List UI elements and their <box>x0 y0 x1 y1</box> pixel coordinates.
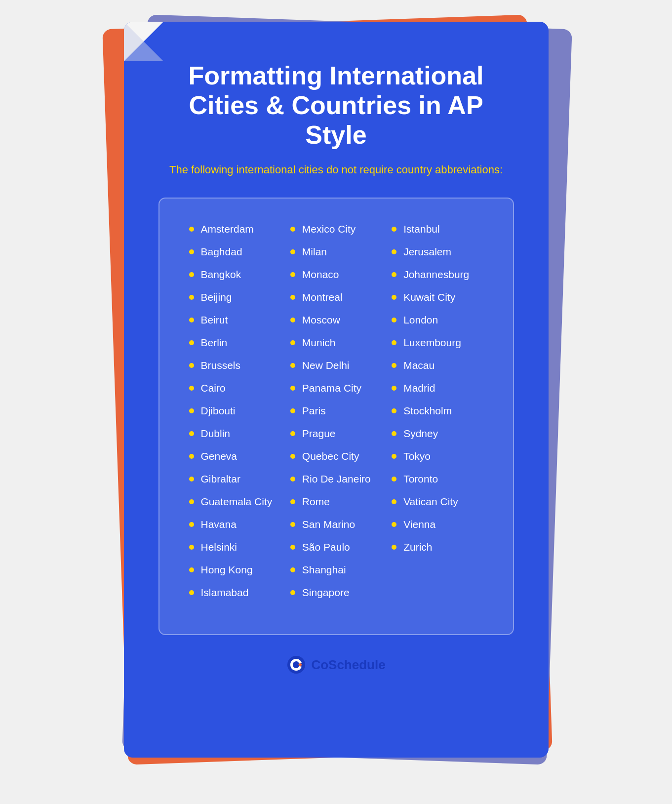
city-bullet <box>290 386 295 391</box>
city-name: Bangkok <box>201 269 241 281</box>
city-bullet <box>290 499 295 504</box>
city-name: Istanbul <box>403 223 440 235</box>
city-item: Gibraltar <box>189 473 280 485</box>
city-bullet <box>392 545 396 550</box>
city-name: Quebec City <box>302 450 359 462</box>
city-name: Hong Kong <box>201 564 253 576</box>
city-bullet <box>189 227 194 232</box>
city-name: Islamabad <box>201 587 249 599</box>
city-bullet <box>290 295 295 300</box>
city-item: Madrid <box>392 382 483 394</box>
city-bullet <box>189 431 194 436</box>
city-item: Moscow <box>290 314 382 326</box>
city-column-2: Mexico CityMilanMonacoMontrealMoscowMuni… <box>285 223 387 609</box>
svg-point-0 <box>287 656 305 674</box>
city-item: Quebec City <box>290 450 382 462</box>
city-name: Beijing <box>201 291 232 303</box>
city-bullet <box>392 249 396 254</box>
city-name: Panama City <box>302 382 361 394</box>
city-bullet <box>290 590 295 595</box>
city-item: Rome <box>290 496 382 508</box>
city-name: San Marino <box>302 519 355 530</box>
city-item: Baghdad <box>189 246 280 258</box>
city-item: Prague <box>290 428 382 440</box>
city-bullet <box>189 545 194 550</box>
city-name: Mexico City <box>302 223 356 235</box>
city-name: Macau <box>403 360 435 371</box>
city-name: Madrid <box>403 382 435 394</box>
city-name: Prague <box>302 428 336 440</box>
city-name: Milan <box>302 246 327 258</box>
logo-text: CoSchedule <box>311 657 385 673</box>
city-item: Sydney <box>392 428 483 440</box>
city-name: Djibouti <box>201 405 236 417</box>
city-item: Havana <box>189 519 280 530</box>
city-bullet <box>189 340 194 345</box>
city-bullet <box>392 295 396 300</box>
page-title: Formatting International Cities & Countr… <box>158 61 514 150</box>
city-name: Toronto <box>403 473 438 485</box>
city-bullet <box>290 318 295 322</box>
city-item: Munich <box>290 337 382 349</box>
city-name: New Delhi <box>302 360 350 371</box>
city-item: Cairo <box>189 382 280 394</box>
city-name: Dublin <box>201 428 231 440</box>
city-item: Kuwait City <box>392 291 483 303</box>
city-bullet <box>189 408 194 413</box>
city-name: Vatican City <box>403 496 458 508</box>
city-name: Johannesburg <box>403 269 469 281</box>
city-item: London <box>392 314 483 326</box>
city-item: Hong Kong <box>189 564 280 576</box>
city-name: Amsterdam <box>201 223 254 235</box>
city-name: Kuwait City <box>403 291 455 303</box>
city-bullet <box>392 522 396 527</box>
city-item: Dublin <box>189 428 280 440</box>
city-item: Bangkok <box>189 269 280 281</box>
city-name: Beirut <box>201 314 228 326</box>
city-name: Munich <box>302 337 336 349</box>
fold-corner <box>124 22 163 61</box>
city-name: Rio De Janeiro <box>302 473 371 485</box>
city-item: Mexico City <box>290 223 382 235</box>
city-bullet <box>189 522 194 527</box>
city-item: Islamabad <box>189 587 280 599</box>
city-item: Rio De Janeiro <box>290 473 382 485</box>
city-bullet <box>290 363 295 368</box>
city-bullet <box>290 249 295 254</box>
city-item: Toronto <box>392 473 483 485</box>
city-bullet <box>189 499 194 504</box>
city-bullet <box>189 318 194 322</box>
city-bullet <box>189 590 194 595</box>
city-bullet <box>290 272 295 277</box>
city-item: Montreal <box>290 291 382 303</box>
city-item: Vatican City <box>392 496 483 508</box>
city-item: Istanbul <box>392 223 483 235</box>
city-name: Helsinki <box>201 541 237 553</box>
city-bullet <box>392 477 396 482</box>
city-name: Zurich <box>403 541 432 553</box>
city-name: Shanghai <box>302 564 346 576</box>
city-name: Paris <box>302 405 326 417</box>
city-name: Stockholm <box>403 405 452 417</box>
city-name: Guatemala City <box>201 496 273 508</box>
city-bullet <box>392 227 396 232</box>
city-bullet <box>189 477 194 482</box>
city-bullet <box>392 499 396 504</box>
city-name: Tokyo <box>403 450 431 462</box>
city-name: Rome <box>302 496 330 508</box>
city-item: Johannesburg <box>392 269 483 281</box>
city-name: Geneva <box>201 450 237 462</box>
city-name: London <box>403 314 438 326</box>
city-name: Havana <box>201 519 237 530</box>
city-bullet <box>290 545 295 550</box>
city-name: São Paulo <box>302 541 350 553</box>
city-item: Luxembourg <box>392 337 483 349</box>
city-item: Beirut <box>189 314 280 326</box>
page-subtitle: The following international cities do no… <box>158 161 514 178</box>
city-bullet <box>392 272 396 277</box>
city-item: New Delhi <box>290 360 382 371</box>
city-bullet <box>392 454 396 459</box>
city-item: Brussels <box>189 360 280 371</box>
city-bullet <box>189 386 194 391</box>
city-item: Paris <box>290 405 382 417</box>
